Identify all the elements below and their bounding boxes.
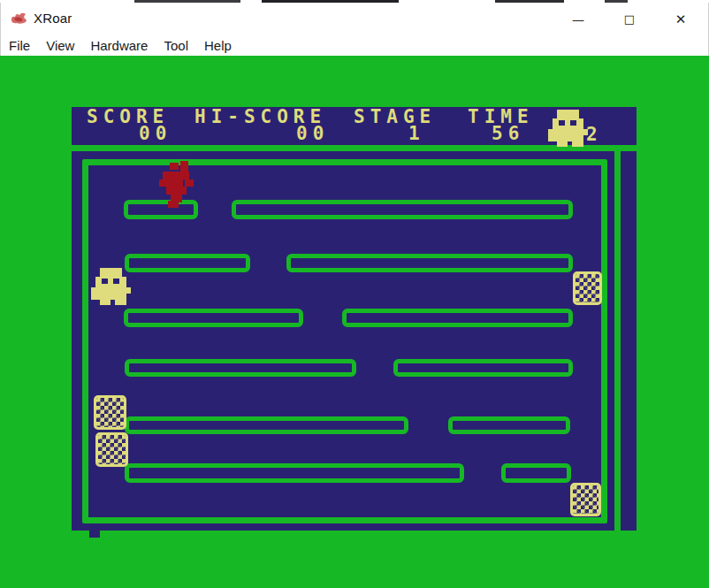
hud-score-value: 00	[139, 126, 172, 142]
player-sprite	[91, 265, 131, 305]
field-bottom-nub	[89, 527, 100, 538]
checker-block	[94, 395, 126, 430]
checker-block	[570, 483, 601, 516]
menu-view[interactable]: View	[38, 36, 82, 55]
platform	[342, 309, 573, 327]
checker-block	[95, 432, 128, 467]
close-button[interactable]: ✕	[660, 3, 701, 35]
platform	[125, 254, 250, 272]
menu-bar: File View Hardware Tool Help	[0, 35, 709, 56]
menu-hardware[interactable]: Hardware	[82, 36, 156, 55]
game-screen: SCORE HI-SCORE STAGE TIME 00 00 1 56 2	[0, 56, 709, 588]
xroar-window: { "window": { "title": "XRoar", "minimiz…	[0, 0, 709, 588]
lives-icon	[548, 107, 588, 147]
menu-tool[interactable]: Tool	[156, 36, 196, 55]
window-title: XRoar	[34, 11, 72, 26]
maximize-button[interactable]: □	[609, 3, 650, 35]
menu-help[interactable]: Help	[196, 36, 240, 55]
hud-hiscore-value: 00	[296, 126, 329, 142]
platform	[232, 200, 573, 219]
checker-block	[573, 271, 602, 305]
hud-lives-count: 2	[586, 126, 603, 143]
title-bar: XRoar — □ ✕	[0, 3, 709, 35]
menu-file[interactable]: File	[1, 36, 38, 55]
enemy-sprite	[159, 161, 194, 208]
hud-time-value: 56	[492, 126, 524, 142]
platform	[125, 463, 464, 483]
minimize-button[interactable]: —	[558, 3, 598, 35]
platform	[448, 416, 570, 434]
platform	[501, 463, 571, 483]
app-icon	[10, 11, 28, 27]
platform	[125, 416, 408, 434]
platform	[124, 309, 303, 327]
platform	[286, 254, 573, 272]
field-right-border	[614, 145, 621, 531]
hud-stage-value: 1	[408, 126, 425, 142]
platform	[125, 359, 356, 377]
platform	[393, 359, 573, 377]
